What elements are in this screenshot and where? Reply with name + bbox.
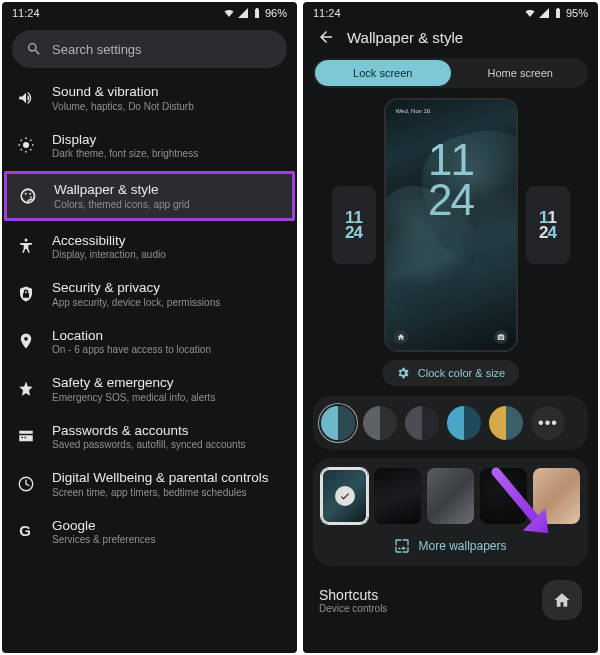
- lockscreen-preview[interactable]: Wed, Nov 16 11 24: [386, 100, 516, 350]
- settings-item-sub: Volume, haptics, Do Not Disturb: [52, 101, 194, 112]
- signal-icon: [237, 7, 249, 19]
- color-swatch-4[interactable]: [447, 406, 481, 440]
- preview-clock: 11 24: [386, 140, 516, 219]
- settings-item-passwords[interactable]: Passwords & accountsSaved passwords, aut…: [2, 413, 297, 461]
- sound-icon: [16, 88, 36, 108]
- tab-home-screen[interactable]: Home screen: [453, 58, 589, 88]
- settings-item-location[interactable]: LocationOn - 6 apps have access to locat…: [2, 318, 297, 366]
- home-icon: [553, 591, 571, 609]
- color-swatch-1[interactable]: [321, 406, 355, 440]
- display-icon: [16, 135, 36, 155]
- settings-item-sub: Screen time, app timers, bedtime schedul…: [52, 487, 269, 498]
- settings-item-sub: Colors, themed icons, app grid: [54, 199, 190, 210]
- svg-point-4: [30, 196, 32, 198]
- gear-icon: [396, 366, 410, 380]
- settings-item-title: Google: [52, 518, 155, 534]
- settings-item-google[interactable]: GGoogleServices & preferences: [2, 508, 297, 556]
- settings-item-security[interactable]: Security & privacyApp security, device l…: [2, 270, 297, 318]
- svg-point-2: [25, 193, 27, 195]
- battery-icon: [552, 7, 564, 19]
- settings-item-title: Wallpaper & style: [54, 182, 190, 198]
- chip-label: Clock color & size: [418, 367, 505, 379]
- settings-item-title: Digital Wellbeing & parental controls: [52, 470, 269, 486]
- clock-style-option-right[interactable]: 11 24: [526, 186, 570, 264]
- camera-mini-icon: [497, 333, 505, 341]
- preview-dock: [386, 330, 516, 344]
- settings-item-title: Passwords & accounts: [52, 423, 245, 439]
- battery-icon: [251, 7, 263, 19]
- clock-style-option-left[interactable]: 11 24: [332, 186, 376, 264]
- wallpaper-style-screen: 11:24 95% Wallpaper & style Lock screen …: [303, 2, 598, 653]
- selected-check-icon: [335, 486, 355, 506]
- safety-icon: [16, 379, 36, 399]
- shortcuts-fab[interactable]: [542, 580, 582, 620]
- status-battery: 95%: [566, 7, 588, 19]
- wallpaper-thumb-3[interactable]: [427, 468, 474, 524]
- shortcuts-section: Shortcuts Device controls: [303, 574, 598, 620]
- settings-item-sub: Emergency SOS, medical info, alerts: [52, 392, 215, 403]
- settings-item-sub: Display, interaction, audio: [52, 249, 166, 260]
- color-swatch-2[interactable]: [363, 406, 397, 440]
- search-icon: [26, 41, 42, 57]
- settings-screen: 11:24 96% Search settings Sound & vibrat…: [2, 2, 297, 653]
- search-settings[interactable]: Search settings: [12, 30, 287, 68]
- settings-item-title: Safety & emergency: [52, 375, 215, 391]
- wallpaper-thumb-2[interactable]: [374, 468, 421, 524]
- home-mini-icon: [397, 333, 405, 341]
- clock-color-size-button[interactable]: Clock color & size: [382, 360, 519, 386]
- security-icon: [16, 284, 36, 304]
- svg-point-8: [500, 336, 502, 338]
- wallpaper-thumb-5[interactable]: [533, 468, 580, 524]
- status-time: 11:24: [313, 7, 341, 19]
- settings-item-wellbeing[interactable]: Digital Wellbeing & parental controlsScr…: [2, 460, 297, 508]
- settings-item-sub: On - 6 apps have access to location: [52, 344, 211, 355]
- topbar: Wallpaper & style: [303, 24, 598, 54]
- settings-item-accessibility[interactable]: AccessibilityDisplay, interaction, audio: [2, 223, 297, 271]
- settings-item-safety[interactable]: Safety & emergencyEmergency SOS, medical…: [2, 365, 297, 413]
- svg-point-0: [23, 142, 29, 148]
- tab-lock-screen[interactable]: Lock screen: [315, 60, 451, 86]
- preview-date: Wed, Nov 16: [396, 108, 431, 114]
- page-title: Wallpaper & style: [347, 29, 463, 46]
- shortcuts-title: Shortcuts: [319, 587, 387, 603]
- more-colors-button[interactable]: •••: [531, 406, 565, 440]
- back-icon[interactable]: [317, 28, 335, 46]
- accessibility-icon: [16, 236, 36, 256]
- passwords-icon: [16, 426, 36, 446]
- location-icon: [16, 331, 36, 351]
- more-wallpapers-button[interactable]: More wallpapers: [321, 534, 580, 556]
- settings-item-title: Accessibility: [52, 233, 166, 249]
- settings-item-wallpaper[interactable]: Wallpaper & styleColors, themed icons, a…: [4, 171, 295, 221]
- wellbeing-icon: [16, 474, 36, 494]
- settings-item-sub: Saved passwords, autofill, synced accoun…: [52, 439, 245, 450]
- signal-icon: [538, 7, 550, 19]
- status-bar: 11:24 96%: [2, 2, 297, 24]
- color-swatch-5[interactable]: [489, 406, 523, 440]
- settings-item-title: Display: [52, 132, 198, 148]
- settings-item-sub: Services & preferences: [52, 534, 155, 545]
- google-icon: G: [16, 521, 36, 541]
- wallpaper-icon: [394, 538, 410, 554]
- status-time: 11:24: [12, 7, 40, 19]
- status-bar: 11:24 95%: [303, 2, 598, 24]
- shortcuts-sub: Device controls: [319, 603, 387, 614]
- settings-item-sound[interactable]: Sound & vibrationVolume, haptics, Do Not…: [2, 74, 297, 122]
- tab-group: Lock screen Home screen: [313, 58, 588, 88]
- wifi-icon: [223, 7, 235, 19]
- svg-point-3: [29, 193, 31, 195]
- settings-item-title: Security & privacy: [52, 280, 220, 296]
- wallpaper-panel: More wallpapers: [313, 458, 588, 566]
- settings-item-sub: Dark theme, font size, brightness: [52, 148, 198, 159]
- settings-list: Sound & vibrationVolume, haptics, Do Not…: [2, 74, 297, 555]
- wallpaper-thumb-4[interactable]: [480, 468, 527, 524]
- settings-item-title: Location: [52, 328, 211, 344]
- wallpaper-thumb-1[interactable]: [321, 468, 368, 524]
- settings-item-display[interactable]: DisplayDark theme, font size, brightness: [2, 122, 297, 170]
- color-swatch-panel: •••: [313, 396, 588, 450]
- settings-item-title: Sound & vibration: [52, 84, 194, 100]
- settings-item-sub: App security, device lock, permissions: [52, 297, 220, 308]
- svg-point-5: [25, 239, 28, 242]
- search-placeholder: Search settings: [52, 42, 142, 57]
- color-swatch-3[interactable]: [405, 406, 439, 440]
- svg-text:G: G: [19, 523, 31, 540]
